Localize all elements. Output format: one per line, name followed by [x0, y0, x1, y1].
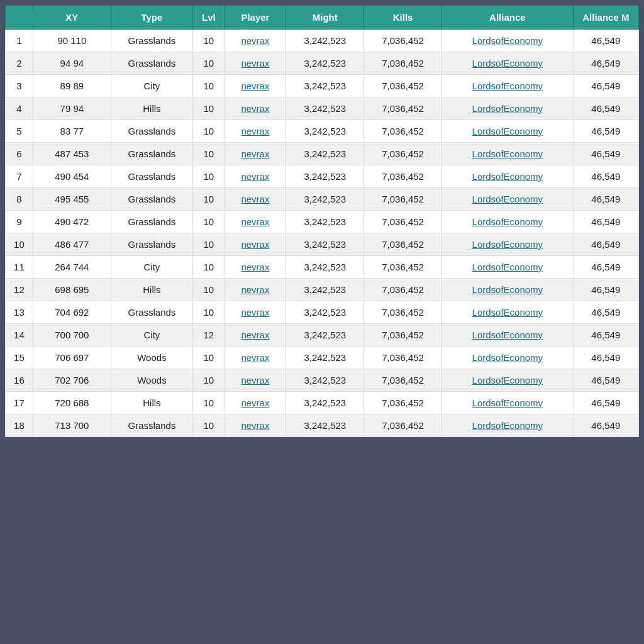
row-player[interactable]: nevrax	[225, 324, 286, 347]
row-alliance[interactable]: LordsofEconomy	[442, 414, 574, 437]
row-player-link[interactable]: nevrax	[241, 58, 269, 69]
row-might: 3,242,523	[286, 30, 364, 52]
row-player-link[interactable]: nevrax	[241, 103, 269, 114]
row-alliance[interactable]: LordsofEconomy	[442, 211, 574, 233]
row-player-link[interactable]: nevrax	[241, 239, 269, 250]
row-player[interactable]: nevrax	[225, 256, 286, 279]
row-alliance[interactable]: LordsofEconomy	[442, 233, 574, 256]
row-player[interactable]: nevrax	[225, 143, 286, 165]
col-header-kills[interactable]: Kills	[364, 6, 442, 30]
row-alliance-m: 46,549	[573, 188, 638, 211]
col-header-lvl[interactable]: Lvl	[193, 6, 225, 30]
row-alliance-link[interactable]: LordsofEconomy	[472, 194, 543, 204]
row-player[interactable]: nevrax	[225, 369, 286, 392]
row-lvl: 10	[193, 369, 225, 392]
row-player-link[interactable]: nevrax	[241, 171, 269, 182]
row-player[interactable]: nevrax	[225, 30, 286, 52]
row-player-link[interactable]: nevrax	[241, 148, 269, 159]
row-might: 3,242,523	[286, 279, 364, 301]
row-player[interactable]: nevrax	[225, 301, 286, 324]
row-player-link[interactable]: nevrax	[241, 420, 269, 431]
row-alliance-link[interactable]: LordsofEconomy	[472, 352, 543, 363]
row-player-link[interactable]: nevrax	[241, 307, 269, 318]
row-player-link[interactable]: nevrax	[241, 330, 269, 340]
row-alliance-m: 46,549	[573, 75, 638, 97]
row-player[interactable]: nevrax	[225, 52, 286, 75]
row-alliance[interactable]: LordsofEconomy	[442, 279, 574, 301]
row-player-link[interactable]: nevrax	[241, 35, 269, 46]
row-num: 2	[6, 52, 33, 75]
row-alliance-link[interactable]: LordsofEconomy	[472, 239, 543, 250]
row-player-link[interactable]: nevrax	[241, 284, 269, 295]
row-might: 3,242,523	[286, 256, 364, 279]
row-player-link[interactable]: nevrax	[241, 352, 269, 363]
col-header-might[interactable]: Might	[286, 6, 364, 30]
row-alliance-link[interactable]: LordsofEconomy	[472, 216, 543, 227]
row-player[interactable]: nevrax	[225, 279, 286, 301]
row-alliance-link[interactable]: LordsofEconomy	[472, 330, 543, 340]
row-alliance-link[interactable]: LordsofEconomy	[472, 375, 543, 386]
row-type: City	[111, 256, 192, 279]
row-player-link[interactable]: nevrax	[241, 194, 269, 204]
row-alliance[interactable]: LordsofEconomy	[442, 30, 574, 52]
row-alliance-link[interactable]: LordsofEconomy	[472, 103, 543, 114]
row-player[interactable]: nevrax	[225, 75, 286, 97]
row-player[interactable]: nevrax	[225, 347, 286, 369]
row-player-link[interactable]: nevrax	[241, 126, 269, 136]
row-alliance[interactable]: LordsofEconomy	[442, 392, 574, 414]
row-xy: 713 700	[33, 414, 111, 437]
row-alliance-link[interactable]: LordsofEconomy	[472, 35, 543, 46]
row-alliance-link[interactable]: LordsofEconomy	[472, 420, 543, 431]
row-player[interactable]: nevrax	[225, 165, 286, 188]
row-alliance[interactable]: LordsofEconomy	[442, 120, 574, 143]
row-player[interactable]: nevrax	[225, 120, 286, 143]
row-alliance[interactable]: LordsofEconomy	[442, 301, 574, 324]
row-player[interactable]: nevrax	[225, 211, 286, 233]
row-alliance-link[interactable]: LordsofEconomy	[472, 171, 543, 182]
row-alliance-m: 46,549	[573, 324, 638, 347]
row-alliance-link[interactable]: LordsofEconomy	[472, 284, 543, 295]
row-player[interactable]: nevrax	[225, 188, 286, 211]
row-alliance-link[interactable]: LordsofEconomy	[472, 126, 543, 136]
row-kills: 7,036,452	[364, 256, 442, 279]
col-header-alliance[interactable]: Alliance	[442, 6, 574, 30]
row-player[interactable]: nevrax	[225, 233, 286, 256]
row-alliance-link[interactable]: LordsofEconomy	[472, 262, 543, 272]
row-alliance-link[interactable]: LordsofEconomy	[472, 397, 543, 408]
table-row: 6487 453Grasslands10nevrax3,242,5237,036…	[6, 143, 639, 165]
row-alliance[interactable]: LordsofEconomy	[442, 347, 574, 369]
row-alliance[interactable]: LordsofEconomy	[442, 52, 574, 75]
row-alliance-link[interactable]: LordsofEconomy	[472, 80, 543, 91]
row-alliance[interactable]: LordsofEconomy	[442, 369, 574, 392]
row-player[interactable]: nevrax	[225, 414, 286, 437]
row-player-link[interactable]: nevrax	[241, 262, 269, 272]
row-alliance-m: 46,549	[573, 30, 638, 52]
row-alliance[interactable]: LordsofEconomy	[442, 143, 574, 165]
row-kills: 7,036,452	[364, 301, 442, 324]
row-alliance[interactable]: LordsofEconomy	[442, 75, 574, 97]
row-alliance[interactable]: LordsofEconomy	[442, 256, 574, 279]
row-alliance[interactable]: LordsofEconomy	[442, 324, 574, 347]
row-lvl: 10	[193, 347, 225, 369]
row-type: City	[111, 324, 192, 347]
row-alliance-link[interactable]: LordsofEconomy	[472, 58, 543, 69]
row-player-link[interactable]: nevrax	[241, 216, 269, 227]
col-header-player[interactable]: Player	[225, 6, 286, 30]
row-alliance[interactable]: LordsofEconomy	[442, 188, 574, 211]
col-header-type[interactable]: Type	[111, 6, 192, 30]
row-alliance[interactable]: LordsofEconomy	[442, 165, 574, 188]
row-lvl: 10	[193, 233, 225, 256]
row-player-link[interactable]: nevrax	[241, 375, 269, 386]
row-player[interactable]: nevrax	[225, 97, 286, 120]
col-header-alliance-m[interactable]: Alliance M	[573, 6, 638, 30]
row-type: Grasslands	[111, 120, 192, 143]
row-player[interactable]: nevrax	[225, 392, 286, 414]
table-row: 12698 695Hills10nevrax3,242,5237,036,452…	[6, 279, 639, 301]
col-header-xy[interactable]: XY	[33, 6, 111, 30]
row-player-link[interactable]: nevrax	[241, 80, 269, 91]
row-xy: 90 110	[33, 30, 111, 52]
row-alliance-link[interactable]: LordsofEconomy	[472, 148, 543, 159]
row-alliance[interactable]: LordsofEconomy	[442, 97, 574, 120]
row-player-link[interactable]: nevrax	[241, 397, 269, 408]
row-alliance-link[interactable]: LordsofEconomy	[472, 307, 543, 318]
